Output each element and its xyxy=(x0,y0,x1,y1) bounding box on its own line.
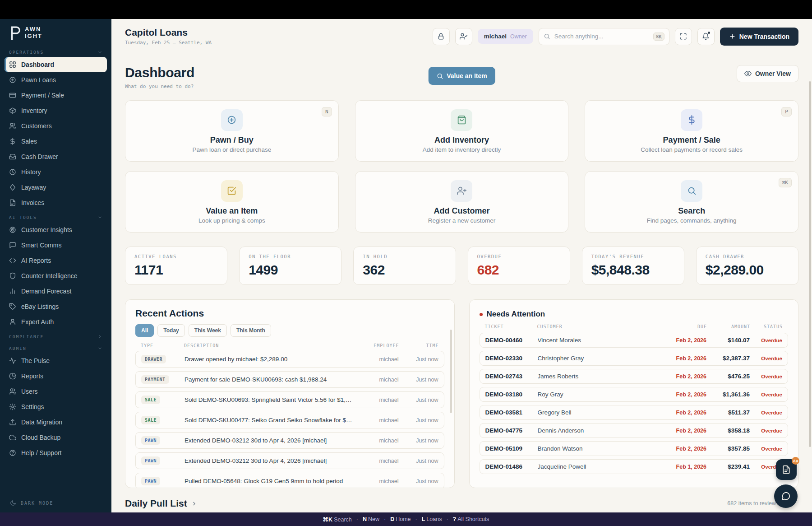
attention-row[interactable]: DEMO-01486Jacqueline PowellFeb 1, 2026$2… xyxy=(480,459,789,474)
chat-icon xyxy=(781,491,791,501)
status-badge: Overdue xyxy=(753,392,782,397)
notifications-button[interactable] xyxy=(697,28,715,45)
action-employee: michael xyxy=(357,356,399,363)
sidebar-item-dashboard[interactable]: Dashboard xyxy=(5,57,107,72)
filter-this-week[interactable]: This Week xyxy=(189,324,227,337)
sidebar-item-cash-drawer[interactable]: Cash Drawer xyxy=(5,149,107,164)
store-name: Capitol Loans xyxy=(125,27,212,38)
top-header: Capitol Loans Tuesday, Feb 25 — Seattle,… xyxy=(111,19,812,54)
type-badge: PAWN xyxy=(141,477,160,485)
scrollbar-thumb[interactable] xyxy=(450,330,452,413)
recent-action-row[interactable]: SALESold DEMO-SKU00693: Springfield Sain… xyxy=(135,391,444,408)
file-text-icon xyxy=(9,199,16,206)
notification-dot xyxy=(708,32,710,34)
action-card-desc: Pawn loan or direct purchase xyxy=(192,146,271,153)
sidebar-item-label: Data Migration xyxy=(21,419,62,426)
sidebar-item-payment-sale[interactable]: Payment / Sale xyxy=(5,88,107,103)
attention-row[interactable]: DEMO-04775Dennis AndersonFeb 2, 2026$358… xyxy=(480,423,789,438)
shortcut-hint-home: DHome xyxy=(390,516,411,522)
chevron-down-icon xyxy=(97,215,102,220)
recent-action-row[interactable]: DRAWERDrawer opened by michael: $2,289.0… xyxy=(135,351,444,368)
filter-this-month[interactable]: This Month xyxy=(231,324,271,337)
sidebar-section-ai-tools[interactable]: AI TOOLS xyxy=(5,210,107,222)
sidebar-item-ai-reports[interactable]: AI Reports xyxy=(5,253,107,268)
clock-in-button[interactable] xyxy=(455,28,472,45)
sidebar-item-pawn-loans[interactable]: Pawn Loans xyxy=(5,72,107,88)
sidebar-item-ebay-listings[interactable]: eBay Listings xyxy=(5,299,107,314)
attention-row[interactable]: DEMO-05109Brandon WatsonFeb 2, 2026$357.… xyxy=(480,441,789,456)
owner-view-button[interactable]: Owner View xyxy=(737,65,798,82)
action-card-add-inventory[interactable]: Add InventoryAdd item to inventory direc… xyxy=(355,100,569,162)
sidebar-item-the-pulse[interactable]: The Pulse xyxy=(5,353,107,368)
sidebar-item-label: Invoices xyxy=(21,199,44,206)
action-card-search[interactable]: ⌘KSearchFind pages, commands, anything xyxy=(585,171,798,233)
sidebar-item-invoices[interactable]: Invoices xyxy=(5,195,107,210)
recent-action-row[interactable]: SALESold DEMO-SKU00477: Seiko Grand Seik… xyxy=(135,412,444,428)
attention-row[interactable]: DEMO-02330Christopher GrayFeb 2, 2026$2,… xyxy=(480,351,789,366)
attention-row[interactable]: DEMO-03581Gregory BellFeb 2, 2026$511.37… xyxy=(480,405,789,420)
sidebar-item-label: Payment / Sale xyxy=(21,92,64,99)
sidebar-item-data-migration[interactable]: Data Migration xyxy=(5,414,107,430)
dark-mode-toggle[interactable]: DARK MODE xyxy=(0,493,111,512)
sidebar-item-reports[interactable]: Reports xyxy=(5,368,107,384)
action-card-add-customer[interactable]: Add CustomerRegister a new customer xyxy=(355,171,569,233)
global-search: ⌘K xyxy=(539,28,669,45)
new-transaction-label: New Transaction xyxy=(739,33,789,40)
needs-attention-title: Needs Attention xyxy=(487,310,545,319)
fullscreen-button[interactable] xyxy=(675,28,692,45)
sidebar-section-operations[interactable]: OPERATIONS xyxy=(5,45,107,57)
action-card-pawn-buy[interactable]: NPawn / BuyPawn loan or direct purchase xyxy=(125,100,339,162)
action-card-value-an-item[interactable]: Value an ItemLook up pricing & comps xyxy=(125,171,339,233)
scrollbar-thumb[interactable] xyxy=(809,81,811,447)
action-card-title: Value an Item xyxy=(206,206,258,216)
sidebar-item-inventory[interactable]: Inventory xyxy=(5,103,107,118)
app-logo[interactable]: AWN IGHT xyxy=(0,19,111,44)
daily-pull-list-toggle[interactable]: Daily Pull List xyxy=(125,498,197,509)
customer-name: Dennis Anderson xyxy=(538,427,660,434)
sidebar-item-demand-forecast[interactable]: Demand Forecast xyxy=(5,284,107,299)
sidebar-item-counter-intelligence[interactable]: Counter Intelligence xyxy=(5,268,107,284)
sidebar-item-settings[interactable]: Settings xyxy=(5,399,107,414)
sidebar-item-label: Customers xyxy=(21,122,52,130)
attention-row[interactable]: DEMO-03180Roy GrayFeb 2, 2026$1,361.36Ov… xyxy=(480,387,789,402)
sidebar-section-compliance[interactable]: COMPLIANCE xyxy=(5,330,107,341)
target-icon xyxy=(9,226,16,233)
sidebar-item-label: Settings xyxy=(21,403,44,410)
due-date: Feb 2, 2026 xyxy=(663,337,706,344)
value-an-item-button[interactable]: Value an Item xyxy=(428,67,495,85)
chat-floating-button[interactable] xyxy=(774,484,798,508)
action-card-desc: Find pages, commands, anything xyxy=(647,217,737,224)
sidebar-item-label: eBay Listings xyxy=(21,303,59,310)
help-circle-icon xyxy=(9,449,16,456)
filter-today[interactable]: Today xyxy=(157,324,185,337)
new-transaction-button[interactable]: New Transaction xyxy=(720,28,798,46)
recent-action-row[interactable]: PAYMENTPayment for sale DEMO-SKU00693: c… xyxy=(135,371,444,388)
sidebar-section-admin[interactable]: ADMIN xyxy=(5,341,107,353)
chevron-down-icon xyxy=(97,50,102,55)
sidebar-item-customer-insights[interactable]: Customer Insights xyxy=(5,222,107,237)
sidebar-item-sales[interactable]: Sales xyxy=(5,134,107,149)
search-input[interactable] xyxy=(554,33,649,40)
notes-floating-button[interactable]: Au xyxy=(776,459,797,480)
attention-row[interactable]: DEMO-00460Vincent MoralesFeb 2, 2026$140… xyxy=(480,333,789,348)
action-card-desc: Register a new customer xyxy=(428,217,495,224)
lock-button[interactable] xyxy=(433,28,450,45)
user-icon xyxy=(9,318,16,326)
recent-action-row[interactable]: PAWNPulled DEMO-05648: Glock G19 Gen5 9m… xyxy=(135,473,444,488)
sidebar-item-users[interactable]: Users xyxy=(5,384,107,399)
user-menu[interactable]: michael Owner xyxy=(478,29,533,44)
filter-all[interactable]: All xyxy=(135,324,154,337)
attention-row[interactable]: DEMO-02743James RobertsFeb 2, 2026$476.2… xyxy=(480,369,789,384)
sidebar-item-label: Counter Intelligence xyxy=(21,272,78,279)
action-card-payment-sale[interactable]: PPayment / SaleCollect loan payments or … xyxy=(585,100,798,162)
sidebar-item-customers[interactable]: Customers xyxy=(5,118,107,134)
sidebar-item-expert-auth[interactable]: Expert Auth xyxy=(5,314,107,330)
sidebar-item-history[interactable]: History xyxy=(5,164,107,180)
sidebar-item-help-support[interactable]: Help / Support xyxy=(5,445,107,461)
recent-action-row[interactable]: PAWNExtended DEMO-03212 30d to Apr 4, 20… xyxy=(135,432,444,449)
sidebar-item-cloud-backup[interactable]: Cloud Backup xyxy=(5,430,107,445)
sidebar-item-smart-comms[interactable]: Smart Comms xyxy=(5,237,107,253)
recent-action-row[interactable]: PAWNExtended DEMO-03212 30d to Apr 4, 20… xyxy=(135,452,444,469)
sidebar-item-layaway[interactable]: Layaway xyxy=(5,180,107,195)
customer-name: Vincent Morales xyxy=(538,337,660,344)
